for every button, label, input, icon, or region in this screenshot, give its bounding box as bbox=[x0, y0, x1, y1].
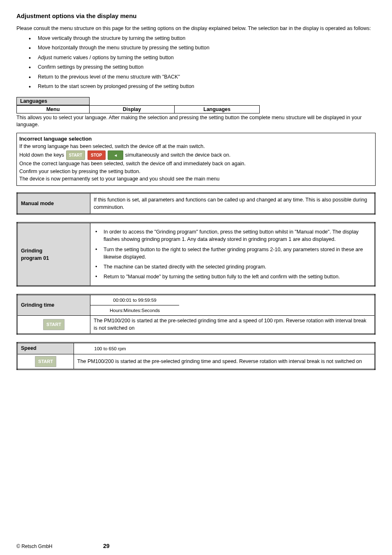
warn-line-buttons: Hold down the keys START STOP ◂ simultan… bbox=[19, 150, 373, 160]
intro-text: Please consult the menu structure on thi… bbox=[16, 25, 376, 32]
warn-line: Once the correct language has been selec… bbox=[19, 160, 373, 168]
warn-title: Incorrect language selection bbox=[19, 135, 373, 143]
grinding-program-body: In order to access the "Grinding program… bbox=[90, 223, 375, 286]
instruction-list: Move vertically through the structure by… bbox=[29, 35, 376, 90]
grinding-time-range: 00:00:01 to 99:59:59 bbox=[90, 295, 180, 305]
page-footer: © Retsch GmbH 29 bbox=[16, 543, 376, 549]
list-item: Return to "Manual mode" by turning the s… bbox=[94, 273, 371, 280]
list-item: Move horizontally through the menu struc… bbox=[29, 44, 376, 52]
grinding-time-table: Grinding time 00:00:01 to 99:59:59 Hours… bbox=[16, 294, 376, 335]
speed-label: Speed bbox=[17, 343, 74, 354]
speed-note: The PM100/200 is started at the pre-sele… bbox=[74, 354, 375, 369]
warn-line: Confirm your selection by pressing the s… bbox=[19, 168, 373, 176]
grinding-program-label: Grinding program 01 bbox=[17, 223, 90, 286]
company-name: Retsch GmbH bbox=[21, 543, 52, 549]
open-icon: ◂ bbox=[108, 150, 123, 160]
list-item: Return to the previous level of the menu… bbox=[29, 74, 376, 81]
languages-note: This allows you to select your language.… bbox=[16, 114, 376, 129]
stop-icon: STOP bbox=[88, 150, 106, 160]
display-cell: Display bbox=[90, 105, 175, 113]
grinding-program-table: Grinding program 01 In order to access t… bbox=[16, 222, 376, 287]
speed-table: Speed 100 to 650 rpm START The PM100/200… bbox=[16, 342, 376, 370]
list-item: Turn the setting button to the right to … bbox=[94, 246, 371, 261]
start-icon: START bbox=[43, 319, 65, 330]
speed-range: 100 to 650 rpm bbox=[74, 343, 147, 354]
warn-prehold: Hold down the keys bbox=[19, 152, 66, 158]
list-item: The machine can be started directly with… bbox=[94, 263, 371, 271]
languages-cell: Languages bbox=[175, 105, 260, 113]
list-item: Confirm settings by pressing the setting… bbox=[29, 64, 376, 71]
grinding-time-note: The PM100/200 is started at the pre-sele… bbox=[90, 316, 375, 334]
languages-header: Languages bbox=[17, 97, 90, 105]
start-chip-cell: START bbox=[17, 354, 74, 369]
warn-posthold: simultaneously and switch the device bac… bbox=[125, 152, 231, 158]
grinding-time-unit: Hours:Minutes:Seconds bbox=[90, 305, 180, 316]
manual-mode-label: Manual mode bbox=[17, 193, 90, 214]
list-item: Move vertically through the structure by… bbox=[29, 35, 376, 42]
warn-line: The device is now permanently set to you… bbox=[19, 175, 373, 183]
languages-table: Languages bbox=[16, 97, 90, 105]
list-item: Return to the start screen by prolonged … bbox=[29, 83, 376, 90]
copyright-symbol: © bbox=[16, 543, 21, 549]
manual-mode-table: Manual mode If this function is set, all… bbox=[16, 192, 376, 215]
manual-mode-text: If this function is set, all parameters … bbox=[90, 193, 375, 214]
incorrect-language-box: Incorrect language selection If the wron… bbox=[16, 133, 376, 186]
list-item: Adjust numeric values / options by turni… bbox=[29, 54, 376, 62]
page-number: 29 bbox=[103, 543, 110, 549]
grinding-time-empty bbox=[179, 295, 375, 316]
start-icon: START bbox=[66, 150, 85, 160]
list-item: In order to access the "Grinding program… bbox=[94, 228, 371, 243]
menu-cell: Menu bbox=[17, 105, 90, 113]
start-icon: START bbox=[35, 356, 56, 367]
warn-line: If the wrong language has been selected,… bbox=[19, 143, 373, 150]
grinding-time-label: Grinding time bbox=[17, 295, 90, 316]
page-title: Adjustment options via the display menu bbox=[16, 12, 376, 19]
speed-empty bbox=[146, 343, 375, 354]
grinding-program-label-l1: Grinding bbox=[21, 248, 42, 254]
languages-row: Menu Display Languages bbox=[16, 105, 260, 113]
start-chip-cell: START bbox=[17, 316, 90, 334]
grinding-program-label-l2: program 01 bbox=[21, 255, 49, 261]
